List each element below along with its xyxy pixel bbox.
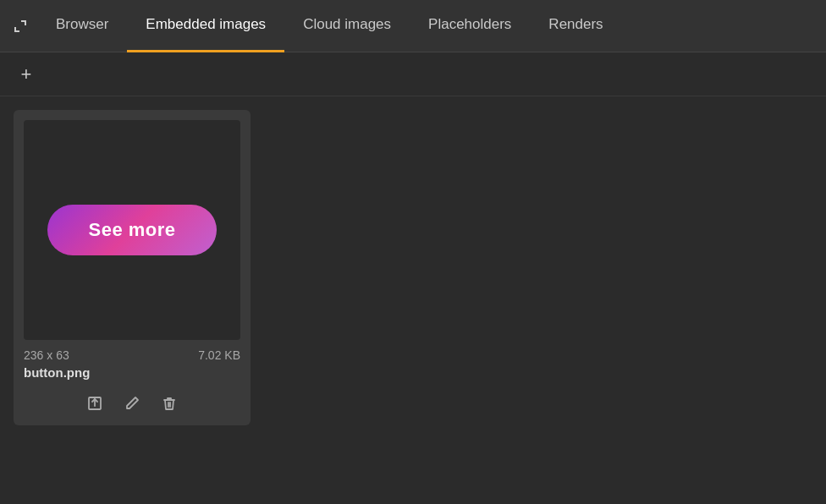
content-area: See more 236 x 63 7.02 KB button.png [0,96,826,504]
edit-button[interactable] [120,392,144,415]
tab-placeholders[interactable]: Placeholders [410,0,530,52]
tab-browser[interactable]: Browser [37,0,127,52]
image-preview: See more [24,120,240,340]
image-actions [24,392,240,415]
expand-button[interactable] [7,13,34,40]
button-preview: See more [47,205,217,255]
tab-renders[interactable]: Renders [530,0,621,52]
tab-cloud-images[interactable]: Cloud images [284,0,410,52]
add-button[interactable]: + [14,62,39,87]
tab-bar: Browser Embedded images Cloud images Pla… [0,0,826,52]
image-filesize: 7.02 KB [198,348,240,362]
toolbar: + [0,52,826,96]
tab-embedded-images[interactable]: Embedded images [127,0,284,52]
image-meta: 236 x 63 7.02 KB [24,348,240,362]
image-filename: button.png [24,365,240,380]
export-button[interactable] [83,392,107,415]
delete-button[interactable] [157,392,181,415]
image-dimensions: 236 x 63 [24,348,69,362]
image-card: See more 236 x 63 7.02 KB button.png [14,110,251,425]
